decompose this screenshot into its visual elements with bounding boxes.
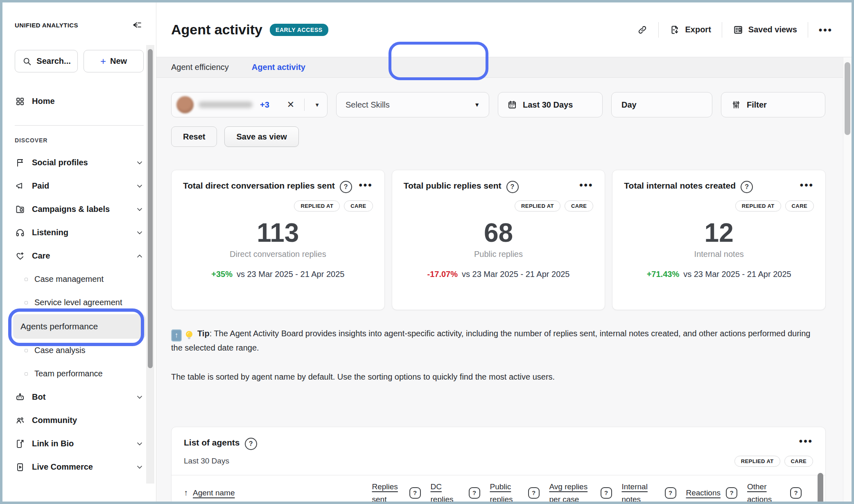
help-icon[interactable]: ? [506,181,519,193]
list-title: List of agents [184,438,240,448]
delta-value: +35% [211,270,233,279]
sidebar-scrollbar-thumb[interactable] [148,49,153,368]
page-scrollbar[interactable] [843,57,852,502]
sidebar-item-case-analysis[interactable]: Case analysis [15,339,144,362]
sidebar-item-campaigns-labels[interactable]: Campaigns & labels [15,198,144,221]
header-divider [658,22,659,38]
caret-down-icon: ▼ [474,101,480,108]
copy-link-button[interactable] [637,25,648,35]
link-icon [637,25,648,35]
help-icon[interactable]: ? [469,487,480,499]
metric-caption: Internal notes [612,250,825,259]
granularity-select[interactable]: Day [611,92,712,117]
saved-views-button[interactable]: Saved views [733,25,797,35]
page-body: +3 ✕ ▼ Select Skills ▼ Last 30 Days Day [156,78,852,502]
metric-value: 12 [612,218,825,247]
column-public-replies[interactable]: Public replies ? [490,480,540,502]
sidebar-collapse-icon[interactable] [130,18,144,32]
help-icon[interactable]: ? [790,487,802,499]
chevron-down-icon [136,393,144,401]
tab-agent-efficiency[interactable]: Agent efficiency [171,63,229,72]
profiles-extra-count: +3 [260,100,269,110]
sidebar: UNIFIED ANALYTICS Search... + New [2,2,156,502]
filter-label: Filter [747,100,767,110]
tab-agent-activity[interactable]: Agent activity [252,63,305,72]
sidebar-item-label: Link in Bio [32,439,129,448]
saved-views-icon [733,25,743,35]
column-dc-replies[interactable]: DC replies ? [431,480,480,502]
column-other-actions[interactable]: Other actions ? [747,480,802,502]
help-icon[interactable]: ? [726,487,737,499]
metric-value: 113 [172,218,384,247]
sidebar-item-case-management[interactable]: Case management [15,268,144,291]
reset-button[interactable]: Reset [171,126,217,147]
column-reactions[interactable]: Reactions ? [686,486,738,499]
chevron-down-icon [136,229,144,237]
profiles-filter[interactable]: +3 ✕ ▼ [171,92,328,117]
sub-item-label: Team performance [34,369,103,378]
skills-select[interactable]: Select Skills ▼ [336,92,489,117]
card-title: Total direct conversation replies sent [183,181,335,191]
filter-button[interactable]: Filter [721,92,825,117]
table-header-row: ↑ Agent name Replies sent ? DC replies ? [172,475,825,502]
tip-label: Tip [197,329,210,338]
column-avg-replies-per-case[interactable]: Avg replies per case ? [549,480,612,502]
metric-caption: Direct conversation replies [172,250,384,259]
help-icon[interactable]: ? [665,487,676,499]
help-icon[interactable]: ? [340,181,352,193]
help-icon[interactable]: ? [409,487,421,499]
care-tag: CARE [344,200,373,212]
sidebar-item-label: Bot [32,392,129,402]
sidebar-item-live-commerce[interactable]: Live Commerce [15,455,144,479]
column-replies-sent[interactable]: Replies sent ? [372,480,421,502]
export-button[interactable]: Export [669,25,711,35]
saved-views-label: Saved views [748,25,797,34]
column-agent-name[interactable]: ↑ Agent name [184,488,372,497]
clear-profiles-icon[interactable]: ✕ [287,99,294,110]
sub-item-label: Agents performance [20,322,98,331]
page-scrollbar-thumb[interactable] [845,62,850,135]
replied-at-tag: REPLIED AT [735,200,781,212]
sub-item-label: Case analysis [34,346,86,355]
metric-card-public-replies: Total public replies sent ? ••• REPLIED … [392,170,605,310]
sidebar-item-bot[interactable]: Bot [15,385,144,409]
search-icon [22,56,32,67]
table-scrollbar-thumb[interactable] [818,473,823,502]
caret-down-icon[interactable]: ▼ [314,102,320,108]
brand-title: UNIFIED ANALYTICS [15,22,78,29]
help-icon[interactable]: ? [528,487,540,499]
robot-icon [15,392,25,403]
list-date-range: Last 30 Days [184,457,229,466]
chevron-down-icon [136,440,144,448]
header-divider [808,22,808,38]
date-range-button[interactable]: Last 30 Days [498,92,603,117]
sort-ascending-icon: ↑ [184,488,188,497]
sidebar-item-social-profiles[interactable]: Social profiles [15,151,144,174]
help-icon[interactable]: ? [245,438,257,450]
sidebar-item-paid[interactable]: Paid [15,174,144,198]
sidebar-item-agents-performance[interactable]: Agents performance [13,314,146,339]
save-as-view-button[interactable]: Save as view [224,126,298,147]
card-title: Total public replies sent [404,181,502,191]
sidebar-item-link-in-bio[interactable]: Link in Bio [15,432,144,455]
column-internal-notes[interactable]: Internal notes ? [622,480,676,502]
sidebar-item-home[interactable]: Home [15,90,144,113]
sidebar-item-service-level-agreement[interactable]: Service level agreement [15,291,144,314]
tab-bar: Agent efficiency Agent activity [156,57,852,78]
sidebar-scrollbar[interactable] [146,45,154,484]
sidebar-item-label: Campaigns & labels [32,205,129,214]
help-icon[interactable]: ? [601,487,612,499]
sub-item-label: Case management [34,274,104,284]
sidebar-item-team-performance[interactable]: Team performance [15,362,144,385]
new-button[interactable]: + New [84,50,144,72]
sidebar-item-care[interactable]: Care [15,244,144,268]
help-icon[interactable]: ? [741,181,753,193]
bullet-icon [25,301,28,304]
sidebar-item-community[interactable]: Community [15,409,144,432]
search-button[interactable]: Search... [15,50,78,72]
export-icon [669,25,680,35]
sidebar-item-listening[interactable]: Listening [15,221,144,244]
folder-icon [15,204,25,215]
replied-at-tag: REPLIED AT [515,200,560,212]
metric-value: 68 [392,218,605,247]
